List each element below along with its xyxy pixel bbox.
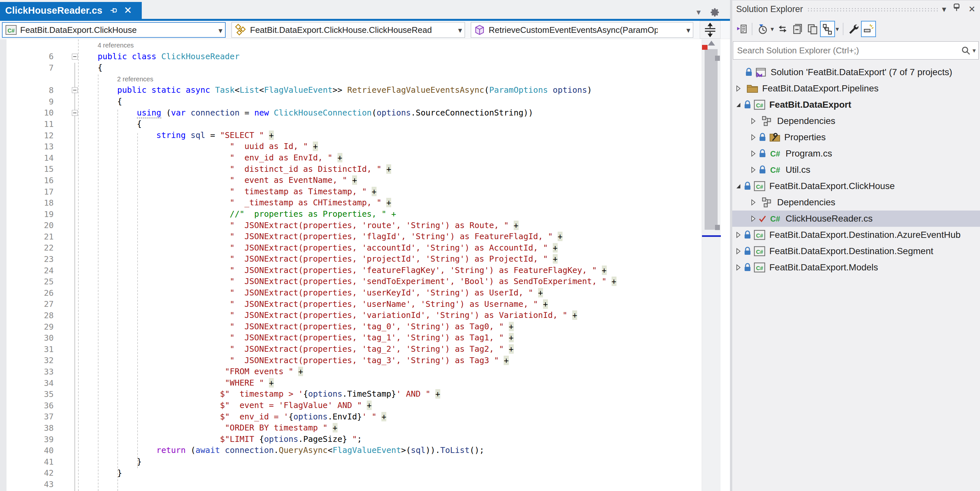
code-line[interactable]: 33 "FROM events " +	[0, 366, 730, 378]
line-number[interactable]: 37	[0, 412, 59, 421]
type-dropdown[interactable]: FeatBit.DataExport.ClickHouse.ClickHouse…	[232, 22, 465, 38]
line-number[interactable]: 7	[0, 63, 59, 73]
line-number[interactable]: 18	[0, 198, 59, 207]
chevron-down-icon[interactable]: ▾	[771, 25, 774, 33]
tree-item-clickhousereader-cs[interactable]: C#ClickHouseReader.cs	[732, 210, 980, 227]
tree-item-featbit-dataexport-destination-azureeventhub[interactable]: C#FeatBit.DataExport.Destination.AzureEv…	[732, 227, 980, 243]
collapsed-arrow-icon[interactable]	[748, 118, 758, 124]
collapse-all-icon[interactable]	[790, 21, 805, 37]
tree-item-solution-featbit-dataexport-7-of-7-projects-[interactable]: Solution 'FeatBit.DataExport' (7 of 7 pr…	[732, 64, 980, 80]
code-line[interactable]: 20 " JSONExtract(properties, 'route', 'S…	[0, 220, 730, 231]
search-box[interactable]: Search Solution Explorer (Ctrl+;) ▾	[733, 41, 979, 59]
code-line[interactable]: 11 {	[0, 118, 730, 130]
code-text[interactable]: " JSONExtract(properties, 'tag_0', 'Stri…	[78, 321, 514, 333]
line-number[interactable]: 26	[0, 288, 59, 298]
codelens-row[interactable]: 2 references	[0, 73, 730, 85]
code-text[interactable]: " JSONExtract(properties, 'sendToExperim…	[78, 276, 616, 287]
code-editor[interactable]: 4 references6 public class ClickHouseRea…	[0, 39, 730, 491]
code-line[interactable]: 6 public class ClickHouseReader	[0, 51, 730, 62]
chevron-down-icon[interactable]: ▾	[697, 7, 701, 18]
line-number[interactable]: 10	[0, 108, 59, 118]
line-number[interactable]: 24	[0, 266, 59, 275]
line-number[interactable]: 29	[0, 322, 59, 332]
code-text[interactable]: return (await connection.QueryAsync<Flag…	[78, 445, 484, 456]
code-text[interactable]: $" event = 'FlagValue' AND " +	[78, 400, 372, 411]
code-text[interactable]: $"LIMIT {options.PageSize} ";	[78, 434, 362, 445]
collapsed-arrow-icon[interactable]	[733, 264, 743, 271]
line-number[interactable]: 14	[0, 153, 59, 163]
line-number[interactable]: 11	[0, 120, 59, 129]
code-text[interactable]: " event as EventName, " +	[78, 175, 357, 186]
code-line[interactable]: 18 " _timestamp as CHTimestamp, " +	[0, 197, 730, 209]
tree-item-program-cs[interactable]: C#Program.cs	[732, 145, 980, 162]
line-number[interactable]: 16	[0, 176, 59, 185]
code-line[interactable]: 38 "ORDER BY timestamp " +	[0, 422, 730, 434]
code-line[interactable]: 16 " event as EventName, " +	[0, 175, 730, 186]
chevron-down-icon[interactable]: ▾	[458, 26, 462, 35]
code-line[interactable]: 35 $" timestamp > '{options.TimeStamp}' …	[0, 389, 730, 400]
project-dropdown[interactable]: C# FeatBit.DataExport.ClickHouse ▾	[2, 22, 226, 38]
line-number[interactable]: 42	[0, 468, 59, 478]
line-number[interactable]: 25	[0, 277, 59, 286]
code-line[interactable]: 24 " JSONExtract(properties, 'featureFla…	[0, 265, 730, 276]
line-number[interactable]: 35	[0, 389, 59, 399]
line-number[interactable]: 30	[0, 333, 59, 343]
line-number[interactable]: 36	[0, 401, 59, 410]
tree-item-featbit-dataexport[interactable]: C#FeatBit.DataExport	[732, 97, 980, 113]
code-line[interactable]: 7 {	[0, 62, 730, 73]
panel-splitter[interactable]	[730, 0, 732, 491]
code-line[interactable]: 30 " JSONExtract(properties, 'tag_1', 'S…	[0, 332, 730, 344]
chevron-down-icon[interactable]: ▾	[686, 26, 690, 35]
line-number[interactable]: 8	[0, 86, 59, 95]
collapse-region-button[interactable]	[72, 54, 78, 59]
code-text[interactable]: " env_id as EnvId, " +	[78, 152, 342, 164]
code-line[interactable]: 12 string sql = "SELECT " +	[0, 130, 730, 141]
code-text[interactable]: " JSONExtract(properties, 'projectId', '…	[78, 253, 558, 265]
chevron-down-icon[interactable]: ▾	[218, 26, 223, 35]
line-number[interactable]: 17	[0, 187, 59, 196]
tree-item-featbit-dataexport-destination-segment[interactable]: C#FeatBit.DataExport.Destination.Segment	[732, 243, 980, 259]
code-text[interactable]: " JSONExtract(properties, 'flagId', 'Str…	[78, 231, 563, 242]
line-number[interactable]: 27	[0, 299, 59, 309]
tree-item-featbit-dataexport-pipelines[interactable]: FeatBit.DataExport.Pipelines	[732, 80, 980, 97]
show-all-files-icon[interactable]	[820, 21, 835, 37]
line-number[interactable]: 40	[0, 446, 59, 455]
collapse-region-button[interactable]	[72, 87, 78, 93]
solution-explorer-header[interactable]: Solution Explorer ▾ ✕	[732, 0, 980, 19]
line-number[interactable]: 28	[0, 311, 59, 320]
codelens-references-link[interactable]: 4 references	[97, 41, 134, 49]
code-line[interactable]: 31 " JSONExtract(properties, 'tag_2', 'S…	[0, 344, 730, 355]
collapse-region-button[interactable]	[72, 110, 78, 116]
split-editor-button[interactable]	[700, 21, 721, 39]
code-text[interactable]: " JSONExtract(properties, 'userName', 'S…	[78, 299, 548, 310]
code-line[interactable]: 34 "WHERE " +	[0, 378, 730, 389]
code-line[interactable]: 13 " uuid as Id, " +	[0, 141, 730, 152]
code-line[interactable]: 40 return (await connection.QueryAsync<F…	[0, 445, 730, 456]
code-line[interactable]: 25 " JSONExtract(properties, 'sendToExpe…	[0, 276, 730, 287]
code-text[interactable]: using (var connection = new ClickHouseCo…	[78, 107, 533, 119]
codelens-row[interactable]: 4 references	[0, 40, 730, 51]
code-text[interactable]: " JSONExtract(properties, 'userKeyId', '…	[78, 287, 543, 299]
line-number[interactable]: 39	[0, 435, 59, 444]
properties-wrench-icon[interactable]	[846, 21, 861, 37]
code-line[interactable]: 36 $" event = 'FlagValue' AND " +	[0, 400, 730, 411]
code-text[interactable]: " JSONExtract(properties, 'featureFlagKe…	[78, 265, 607, 276]
code-text[interactable]: public class ClickHouseReader	[78, 51, 240, 62]
code-text[interactable]: " JSONExtract(properties, 'variationId',…	[78, 310, 577, 321]
tree-item-util-cs[interactable]: C#Util.cs	[732, 162, 980, 178]
member-dropdown[interactable]: RetrieveCustomEventEventsAsync(ParamOpti…	[471, 22, 693, 38]
code-text[interactable]: " JSONExtract(properties, 'tag_2', 'Stri…	[78, 344, 514, 355]
window-position-icon[interactable]: ▾	[942, 4, 946, 14]
line-number[interactable]: 6	[0, 52, 59, 61]
search-icon[interactable]	[961, 46, 970, 55]
chevron-down-icon[interactable]: ▾	[972, 46, 976, 54]
code-line[interactable]: 17 " timestamp as Timestamp, " +	[0, 186, 730, 198]
code-line[interactable]: 19 //" properties as Properties, " +	[0, 209, 730, 220]
tree-item-dependencies[interactable]: Dependencies	[732, 113, 980, 129]
scrollbar-up-arrow-icon[interactable]	[708, 41, 715, 46]
line-number[interactable]: 38	[0, 423, 59, 433]
code-line[interactable]: 15 " distinct_id as DistinctId, " +	[0, 164, 730, 175]
code-line[interactable]: 26 " JSONExtract(properties, 'userKeyId'…	[0, 287, 730, 299]
pin-icon[interactable]	[952, 3, 961, 12]
code-text[interactable]: }	[78, 456, 142, 467]
